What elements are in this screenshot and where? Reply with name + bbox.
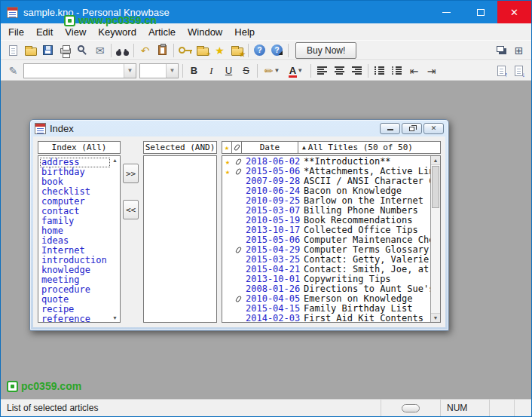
attachments-button[interactable]: ★ bbox=[228, 42, 246, 59]
date-column-header[interactable]: Date bbox=[241, 141, 298, 154]
help-button[interactable]: ? bbox=[251, 42, 268, 59]
find-button[interactable] bbox=[114, 42, 131, 59]
keyword-item[interactable]: family bbox=[40, 216, 110, 226]
highlight-pen-button[interactable]: ✏▼ bbox=[260, 63, 284, 79]
scroll-down-icon[interactable]: ▼ bbox=[112, 314, 118, 321]
selected-list-header[interactable]: Selected (AND) bbox=[143, 141, 217, 154]
index-close-button[interactable]: ✕ bbox=[423, 123, 444, 134]
keyword-item[interactable]: recipe bbox=[40, 305, 110, 314]
article-row[interactable]: 2015-04-29Computer Terms Glossary bbox=[222, 245, 430, 255]
keyword-item[interactable]: contact bbox=[40, 207, 110, 216]
keyword-item[interactable]: home bbox=[40, 226, 110, 236]
keyword-item[interactable]: computer bbox=[40, 197, 110, 207]
menu-keyword[interactable]: Keyword bbox=[92, 26, 142, 38]
index-restore-button[interactable] bbox=[402, 123, 422, 134]
article-row[interactable]: 2010-09-25Barlow on the Internet bbox=[222, 196, 430, 206]
keyword-item[interactable]: checklist bbox=[40, 187, 110, 197]
article-list[interactable]: ★2018-06-02**Introduction**★2015-05-06*A… bbox=[222, 156, 430, 322]
keyword-item[interactable]: Internet bbox=[40, 246, 110, 256]
arrange-windows-button[interactable]: ⊞ bbox=[510, 42, 527, 59]
chevron-down-icon[interactable]: ▼ bbox=[124, 64, 136, 78]
email-article-button[interactable]: ✉ bbox=[91, 42, 109, 59]
save-button[interactable] bbox=[39, 42, 57, 59]
open-file-button[interactable] bbox=[22, 42, 39, 59]
new-article-button[interactable] bbox=[5, 42, 22, 59]
bullet-list-button[interactable] bbox=[388, 63, 405, 79]
undo-button[interactable]: ↶ bbox=[136, 42, 154, 59]
indent-button[interactable]: ⇥ bbox=[423, 63, 440, 79]
menu-article[interactable]: Article bbox=[142, 26, 182, 38]
menu-help[interactable]: Help bbox=[228, 26, 261, 38]
keyword-item[interactable]: knowledge bbox=[40, 265, 110, 275]
menu-file[interactable]: File bbox=[2, 26, 30, 38]
article-row[interactable]: 2015-03-07Billing Phone Numbers bbox=[222, 206, 430, 216]
attach-keywords-button[interactable] bbox=[176, 42, 194, 59]
keyword-item[interactable]: procedure bbox=[40, 285, 110, 295]
keyword-scrollbar[interactable]: ▲ ▼ bbox=[111, 157, 119, 321]
print-preview-button[interactable] bbox=[74, 42, 91, 59]
article-row[interactable]: 2015-04-15Family Birthday List bbox=[222, 304, 430, 314]
font-size-combo[interactable]: ▼ bbox=[139, 63, 179, 78]
scrollbar-thumb[interactable] bbox=[432, 166, 439, 208]
scroll-up-icon[interactable]: ▲ bbox=[112, 157, 118, 164]
align-left-button[interactable] bbox=[313, 63, 331, 79]
article-row[interactable]: 2013-10-01Copywriting Tips bbox=[222, 274, 430, 284]
edit-note-button[interactable]: ✎ bbox=[5, 63, 22, 79]
keyword-item[interactable]: ideas bbox=[40, 236, 110, 246]
titles-column-header[interactable]: ▲ All Titles (50 of 50) bbox=[298, 141, 441, 154]
strikethrough-button[interactable]: S bbox=[237, 63, 255, 79]
attachment-column-header[interactable] bbox=[231, 141, 242, 154]
bold-button[interactable]: B bbox=[185, 63, 203, 79]
keyword-item[interactable]: quote bbox=[40, 295, 110, 305]
article-row[interactable]: 2015-04-21Contact: Smith, Joe, at Acme bbox=[222, 265, 430, 274]
buy-now-button[interactable]: Buy Now! bbox=[295, 42, 356, 59]
article-row[interactable]: 2015-05-06Computer Maintenance Chec bbox=[222, 235, 430, 245]
font-color-button[interactable]: A▼ bbox=[284, 63, 308, 79]
new-window-button[interactable] bbox=[493, 42, 510, 59]
keyword-item[interactable]: introduction bbox=[40, 256, 110, 265]
add-keyword-button[interactable]: >> bbox=[123, 164, 139, 183]
new-keyword-button[interactable]: + bbox=[194, 42, 211, 59]
italic-button[interactable]: I bbox=[203, 63, 220, 79]
article-row[interactable]: 2010-05-19Book Recommendations bbox=[222, 216, 430, 225]
keyword-list-header[interactable]: Index (All) bbox=[38, 141, 121, 154]
menu-window[interactable]: Window bbox=[182, 26, 228, 38]
maximize-button[interactable] bbox=[463, 1, 497, 23]
article-row[interactable]: 2014-02-03First Aid Kit Contents bbox=[222, 314, 430, 322]
align-right-button[interactable] bbox=[348, 63, 365, 79]
keyword-item[interactable]: birthday bbox=[40, 167, 110, 177]
index-minimize-button[interactable] bbox=[380, 123, 400, 134]
scroll-down-icon[interactable]: ▼ bbox=[431, 313, 440, 322]
remove-keyword-button[interactable]: << bbox=[123, 200, 139, 219]
context-help-button[interactable]: ? bbox=[268, 42, 286, 59]
article-row[interactable]: 2010-04-05Emerson on Knowledge bbox=[222, 294, 430, 304]
paste-button[interactable] bbox=[154, 42, 171, 59]
next-article-button[interactable]: ↓ bbox=[510, 63, 527, 79]
numbered-list-button[interactable] bbox=[371, 63, 388, 79]
underline-button[interactable]: U bbox=[220, 63, 237, 79]
article-row[interactable]: 2013-10-17Collected Office Tips bbox=[222, 225, 430, 235]
menu-view[interactable]: View bbox=[59, 26, 92, 38]
selected-list[interactable] bbox=[143, 155, 217, 323]
font-family-combo[interactable]: ▼ bbox=[23, 63, 136, 78]
article-row[interactable]: 2007-09-28ASCII / ANSI Character Cod bbox=[222, 176, 430, 186]
article-row[interactable]: 2015-03-25Contact: Getty, Valerie, at Ba bbox=[222, 255, 430, 265]
flag-article-button[interactable]: ★ bbox=[211, 42, 228, 59]
print-button[interactable] bbox=[57, 42, 74, 59]
chevron-down-icon[interactable]: ▼ bbox=[166, 64, 178, 78]
minimize-button[interactable] bbox=[430, 1, 463, 23]
keyword-item[interactable]: meeting bbox=[40, 275, 110, 285]
index-window-titlebar[interactable]: Index ✕ bbox=[30, 120, 448, 136]
prev-article-button[interactable]: ↑ bbox=[493, 63, 510, 79]
keyword-item[interactable]: book bbox=[40, 177, 110, 187]
keyword-item[interactable]: address bbox=[40, 158, 110, 167]
align-center-button[interactable] bbox=[331, 63, 348, 79]
close-button[interactable]: ✕ bbox=[497, 1, 531, 23]
keyword-item[interactable]: reference bbox=[40, 314, 110, 323]
article-row[interactable]: 2008-01-26Directions to Aunt Sue's bbox=[222, 284, 430, 294]
menu-edit[interactable]: Edit bbox=[30, 26, 59, 38]
star-column-header[interactable]: ★ bbox=[222, 141, 232, 154]
articles-scrollbar[interactable]: ▲ ▼ bbox=[430, 156, 440, 322]
article-row[interactable]: ★2018-06-02**Introduction** bbox=[222, 157, 430, 167]
outdent-button[interactable]: ⇤ bbox=[405, 63, 423, 79]
